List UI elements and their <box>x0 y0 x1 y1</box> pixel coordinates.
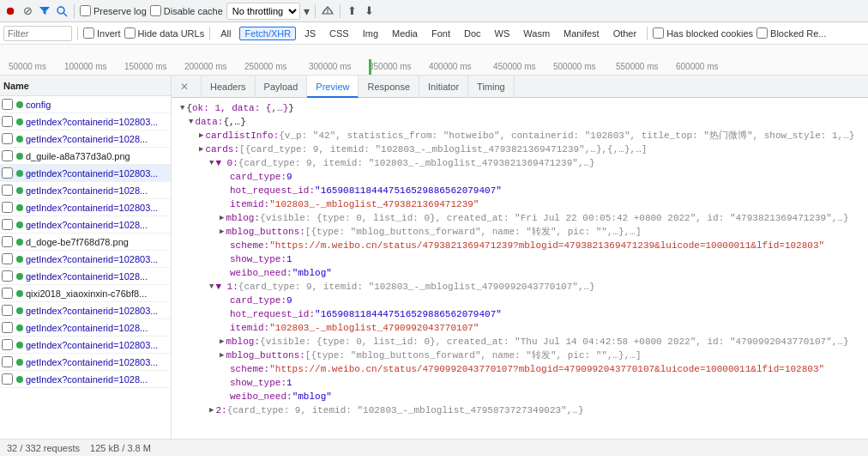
cards-key: cards: <box>205 143 239 156</box>
preserve-log-checkbox[interactable] <box>80 5 91 16</box>
tab-timing[interactable]: Timing <box>468 76 515 98</box>
network-row-selected[interactable]: getIndex?containerid=102803... <box>0 165 171 182</box>
tab-payload[interactable]: Payload <box>256 76 308 98</box>
tab-headers[interactable]: Headers <box>202 76 256 98</box>
data-triangle[interactable] <box>189 115 193 129</box>
detail-panel: ✕ Headers Payload Preview Response Initi… <box>172 76 868 439</box>
network-row[interactable]: getIndex?containerid=1028... <box>0 371 171 388</box>
row-checkbox[interactable] <box>2 99 13 110</box>
card0-triangle[interactable] <box>209 156 214 170</box>
row-checkbox[interactable] <box>2 116 13 127</box>
card1-mblog-triangle[interactable] <box>220 335 224 349</box>
card0-mblog-triangle[interactable] <box>220 211 224 225</box>
network-conditions-icon[interactable] <box>321 4 335 18</box>
row-checkbox[interactable] <box>2 322 13 333</box>
row-checkbox[interactable] <box>2 236 13 247</box>
filter-fetch-xhr-btn[interactable]: Fetch/XHR <box>239 27 296 40</box>
record-icon[interactable]: ⏺ <box>3 4 17 18</box>
requests-count: 32 / 332 requests <box>7 443 80 453</box>
card2-triangle[interactable] <box>209 403 214 417</box>
card1-triangle[interactable] <box>209 280 214 294</box>
filter-img-btn[interactable]: Img <box>358 27 383 40</box>
hide-data-urls-checkbox[interactable] <box>124 27 136 39</box>
row-checkbox[interactable] <box>2 270 13 282</box>
tab-close[interactable]: ✕ <box>172 76 202 98</box>
filter-font-btn[interactable]: Font <box>426 27 455 40</box>
row-name: getIndex?containerid=1028... <box>26 185 169 196</box>
import-icon[interactable]: ⬆ <box>346 4 359 18</box>
card1-showtype-key: show_type: <box>230 376 286 390</box>
filter-js-btn[interactable]: JS <box>299 27 321 40</box>
row-checkbox[interactable] <box>2 219 13 230</box>
network-row[interactable]: getIndex?containerid=102803... <box>0 337 171 354</box>
network-row[interactable]: getIndex?containerid=102803... <box>0 251 171 268</box>
filter-media-btn[interactable]: Media <box>387 27 423 40</box>
disable-cache-checkbox[interactable] <box>150 5 161 16</box>
toolbar: ⏺ ⊘ Preserve log Disable cache No thrott… <box>0 0 868 22</box>
row-name: getIndex?containerid=102803... <box>26 168 169 179</box>
network-row[interactable]: qixi2018_xiaoxinxin-c76bf8... <box>0 285 171 302</box>
blocked-requests-group: Blocked Re... <box>756 27 826 39</box>
row-name: getIndex?containerid=102803... <box>26 357 169 367</box>
network-row[interactable]: config <box>0 96 171 113</box>
filter-other-btn[interactable]: Other <box>608 27 642 40</box>
blocked-requests-checkbox[interactable] <box>756 27 768 39</box>
filter-icon[interactable] <box>38 4 51 18</box>
row-checkbox[interactable] <box>2 373 13 385</box>
tab-response[interactable]: Response <box>359 76 419 98</box>
filter-all-btn[interactable]: All <box>215 27 236 40</box>
card0-mblog-key: mblog: <box>226 211 260 225</box>
preserve-log-group: Preserve log <box>80 5 147 16</box>
cardlist-triangle[interactable] <box>199 129 203 143</box>
row-checkbox[interactable] <box>2 150 13 161</box>
row-checkbox[interactable] <box>2 305 13 316</box>
row-checkbox[interactable] <box>2 356 13 367</box>
card0-scheme-val: "https://m.weibo.cn/status/4793821369471… <box>269 239 824 252</box>
invert-checkbox[interactable] <box>83 27 94 39</box>
cards-children: ▼ 0: {card_type: 9, itemid: "102803_-_mb… <box>199 156 861 417</box>
row-checkbox[interactable] <box>2 133 13 144</box>
close-icon[interactable]: ✕ <box>180 81 189 93</box>
filter-doc-btn[interactable]: Doc <box>459 27 486 40</box>
card1-mbtns-triangle[interactable] <box>220 349 224 362</box>
toolbar-divider-2 <box>315 4 316 18</box>
network-row[interactable]: getIndex?containerid=102803... <box>0 354 171 371</box>
search-icon[interactable] <box>55 4 69 18</box>
root-triangle[interactable] <box>180 101 184 115</box>
toolbar-divider-1 <box>74 4 75 18</box>
network-row[interactable]: d_doge-be7f768d78.png <box>0 234 171 251</box>
row-checkbox[interactable] <box>2 185 13 196</box>
cards-triangle[interactable] <box>199 143 203 156</box>
filter-input[interactable] <box>3 26 72 41</box>
filter-wasm-btn[interactable]: Wasm <box>518 27 555 40</box>
row-checkbox[interactable] <box>2 202 13 213</box>
row-checkbox[interactable] <box>2 167 13 179</box>
filter-manifest-btn[interactable]: Manifest <box>558 27 605 40</box>
row-checkbox[interactable] <box>2 288 13 299</box>
network-row[interactable]: getIndex?containerid=102803... <box>0 113 171 130</box>
card0-index: ▼ 0: <box>215 156 238 170</box>
network-list-body[interactable]: config getIndex?containerid=102803... ge… <box>0 96 171 439</box>
export-icon[interactable]: ⬇ <box>363 4 377 18</box>
network-row[interactable]: getIndex?containerid=1028... <box>0 130 171 148</box>
preview-content[interactable]: { ok: 1, data: {,…} } data: {,…} cardlis… <box>172 98 868 439</box>
tab-initiator[interactable]: Initiator <box>419 76 468 98</box>
card0-mbtns-triangle[interactable] <box>220 225 224 239</box>
timeline-indicator <box>369 59 371 75</box>
clear-icon[interactable]: ⊘ <box>21 4 34 18</box>
network-row[interactable]: getIndex?containerid=1028... <box>0 319 171 337</box>
card1-mblog-key: mblog: <box>226 335 260 349</box>
row-checkbox[interactable] <box>2 339 13 350</box>
filter-css-btn[interactable]: CSS <box>324 27 354 40</box>
network-row[interactable]: d_guile-a8a737d3a0.png <box>0 148 171 165</box>
filter-ws-btn[interactable]: WS <box>490 27 515 40</box>
network-row[interactable]: getIndex?containerid=1028... <box>0 182 171 199</box>
has-blocked-cookies-checkbox[interactable] <box>653 27 664 39</box>
network-row[interactable]: getIndex?containerid=102803... <box>0 302 171 319</box>
row-checkbox[interactable] <box>2 253 13 264</box>
network-row[interactable]: getIndex?containerid=102803... <box>0 199 171 216</box>
network-row[interactable]: getIndex?containerid=1028... <box>0 216 171 234</box>
tab-preview[interactable]: Preview <box>307 76 359 98</box>
network-row[interactable]: getIndex?containerid=1028... <box>0 268 171 285</box>
throttling-select[interactable]: No throttling <box>226 3 300 20</box>
